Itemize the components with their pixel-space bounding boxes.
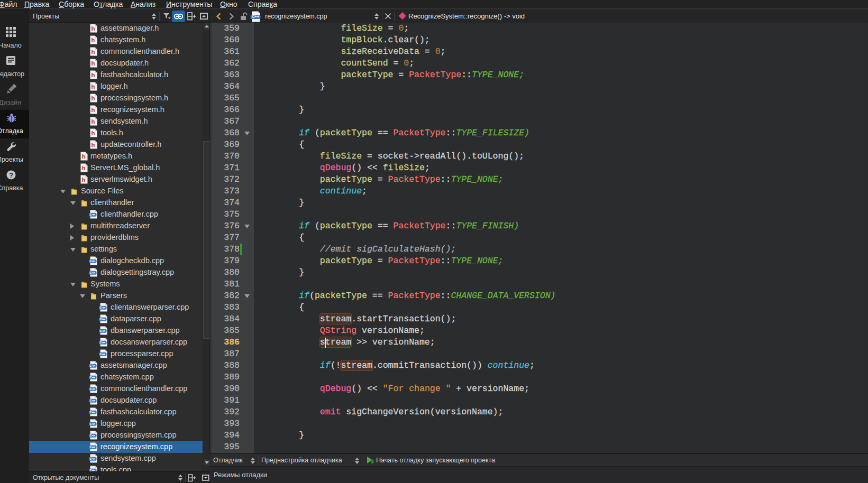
svg-text:c: c [100, 329, 102, 332]
svg-text:h: h [81, 153, 85, 160]
svg-text:c: c [100, 352, 102, 356]
svg-text:C++: C++ [252, 14, 260, 19]
svg-text:c: c [90, 410, 92, 414]
svg-text:c: c [100, 305, 102, 309]
svg-text:c: c [90, 457, 92, 460]
svg-text:c: c [90, 433, 92, 437]
svg-text:h: h [91, 60, 95, 67]
svg-text:h: h [91, 130, 95, 136]
svg-text:h: h [91, 72, 95, 78]
svg-text:c: c [90, 445, 92, 449]
svg-text:c: c [100, 317, 102, 321]
svg-text:c: c [90, 259, 92, 263]
svg-text:h: h [91, 83, 95, 90]
svg-text:c: c [90, 422, 92, 425]
svg-text:h: h [91, 95, 95, 101]
svg-text:c: c [90, 364, 92, 367]
svg-text:c: c [90, 375, 92, 379]
svg-text:h: h [91, 49, 95, 55]
svg-text:h: h [81, 165, 85, 171]
svg-text:h: h [91, 107, 95, 113]
svg-text:h: h [91, 142, 95, 148]
svg-text:c: c [90, 398, 92, 402]
svg-text:h: h [91, 25, 95, 32]
svg-text:c: c [90, 387, 92, 391]
svg-text:?: ? [9, 172, 13, 179]
svg-text:h: h [91, 118, 95, 125]
svg-text:c: c [100, 340, 102, 344]
svg-text:h: h [91, 37, 95, 43]
svg-text:c: c [90, 271, 92, 274]
svg-text:c: c [90, 212, 92, 216]
svg-text:h: h [81, 177, 85, 183]
